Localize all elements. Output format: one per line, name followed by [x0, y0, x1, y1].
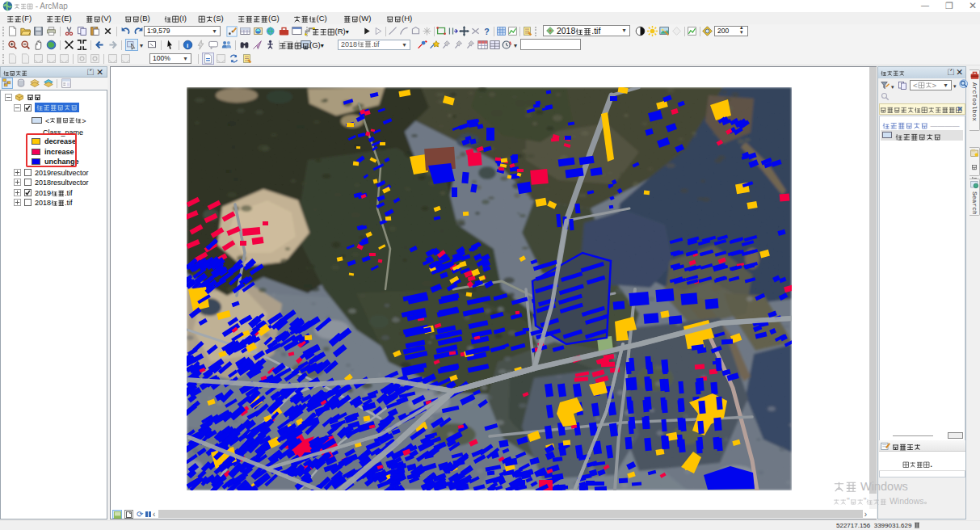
- svg-text:?: ?: [484, 27, 489, 36]
- svg-text:i: i: [187, 42, 188, 49]
